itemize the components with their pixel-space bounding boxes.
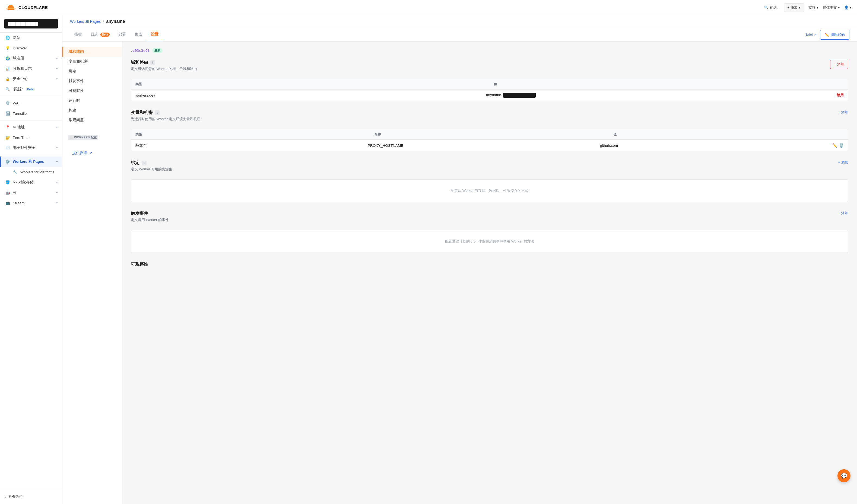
tab-metrics[interactable]: 指标 [70,28,86,41]
table-row-var: 纯文本 PROXY_HOSTNAME github.com ✏️ 🗑️ [131,140,848,151]
nav-variables[interactable]: 变量和机密 [63,57,122,67]
chevron-down-icon: ▾ [817,5,819,10]
add-trigger-button[interactable]: + 添加 [838,211,848,216]
top-nav: CLOUDFLARE 🔍 转到... + 添加 ▾ 支持 ▾ 简体中文 ▾ 👤 … [0,0,857,15]
sidebar-item-email[interactable]: ✉️ 电子邮件安全 ▾ [0,143,62,153]
chevron-down-icon: ▾ [56,191,58,194]
tab-integrate[interactable]: 集成 [130,28,147,41]
user-icon: 👤 [844,5,848,10]
chevron-down-icon: ▾ [850,5,852,10]
cell-value: anyname. [482,89,832,101]
delete-icon[interactable]: 🗑️ [839,143,844,147]
add-domain-button[interactable]: + 添加 [830,60,848,69]
stream-icon: 📺 [5,201,10,205]
analytics-icon: 📊 [5,66,10,71]
sidebar-item-ai[interactable]: 🤖 AI ▾ [0,188,62,198]
feedback-link[interactable]: 提供反馈 ↗ [67,148,118,158]
discover-icon: 💡 [5,46,10,50]
topnav-right: 🔍 转到... + 添加 ▾ 支持 ▾ 简体中文 ▾ 👤 ▾ [764,3,852,12]
variables-section: 变量和机密 ℹ 为运行时使用的 Worker 定义环境变量和机密 + 添加 类型 [131,110,848,151]
domain-route-title: 域和路由 [131,60,148,65]
nav-trigger[interactable]: 触发事件 [63,76,122,86]
settings-content: vc03c3c9f 最新 域和路由 ℹ 定义可访问您的 Worker 的域、子域… [122,41,857,504]
chevron-down-icon: ▾ [56,181,58,184]
chevron-down-icon: ▾ [838,5,840,10]
nav-domain-route[interactable]: 域和路由 [63,47,122,57]
add-button[interactable]: + 添加 ▾ [784,3,804,12]
sidebar-item-trace[interactable]: 🔍 "跟踪" Beta [0,84,62,94]
sidebar-item-workers[interactable]: ⚙️ Workers 和 Pages ▾ [0,157,62,167]
logo[interactable]: CLOUDFLARE [5,4,48,12]
domain-route-section: 域和路由 ℹ 定义可访问您的 Worker 的域、子域和路由 + 添加 类型 [131,60,848,101]
add-variable-button[interactable]: + 添加 [838,110,848,115]
content-area: 域和路由 变量和机密 绑定 触发事件 可观察性 运行时 构建 [63,41,857,504]
domain-route-table: 类型 值 workers.dev anyname. 禁用 [131,79,848,101]
tab-deploy[interactable]: 部署 [114,28,130,41]
header-type: 类型 [131,79,490,89]
goto-button[interactable]: 🔍 转到... [764,5,780,10]
nav-faq[interactable]: 常规问题 [63,115,122,125]
edit-icon[interactable]: ✏️ [832,143,837,147]
external-link-icon: ↗ [814,33,817,37]
sidebar-item-stream[interactable]: 📺 Stream ▾ [0,198,62,208]
sidebar-item-zerotrust[interactable]: 🔐 Zero Trust [0,133,62,143]
sidebar-item-ip[interactable]: 📍 IP 地址 ▾ [0,122,62,133]
chevron-down-icon: ▾ [56,126,58,129]
svg-rect-2 [7,9,14,10]
workers-config-section: ⬜ Workers 配置 [63,132,122,142]
lang-button[interactable]: 简体中文 ▾ [823,5,840,10]
main: Workers 和 Pages / anyname 指标 日志 Beta 部署 … [63,15,857,504]
sidebar-item-waf[interactable]: 🛡️ WAF [0,98,62,108]
version-row: vc03c3c9f 最新 [131,48,848,53]
nav-binding[interactable]: 绑定 [63,67,122,76]
variables-table: 类型 名称 值 纯文本 PROXY_HOSTNAME github.com ✏️… [131,129,848,151]
sidebar-item-website[interactable]: 🌐 网站 [0,33,62,43]
domain-route-desc: 定义可访问您的 Worker 的域、子域和路由 [131,67,830,71]
cell-value: github.com [596,140,828,151]
ip-icon: 📍 [5,125,10,130]
visit-button[interactable]: 访问 ↗ [806,32,817,37]
edit-code-button[interactable]: ✏️ 编辑代码 [820,30,850,40]
account-box[interactable]: ████████████ [4,19,58,29]
sidebar-item-security[interactable]: 🔒 安全中心 ▾ [0,74,62,84]
header-name: 名称 [370,129,609,139]
sidebar-item-workers-platforms[interactable]: 🔧 Workers for Platforms [0,167,62,177]
chat-bubble[interactable]: 💬 [838,469,851,482]
collapse-sidebar-button[interactable]: « 折叠边栏 [4,492,58,501]
breadcrumb: Workers 和 Pages / anyname [70,19,125,24]
tab-settings[interactable]: 设置 [147,28,163,41]
trigger-title: 触发事件 [131,211,148,216]
add-binding-button[interactable]: + 添加 [838,160,848,165]
nav-build[interactable]: 构建 [63,105,122,115]
binding-title: 绑定 [131,160,139,166]
nav-observability[interactable]: 可观察性 [63,86,122,96]
sidebar-item-discover[interactable]: 💡 Discover [0,43,62,53]
globe-icon: 🌐 [5,35,10,40]
ai-icon: 🤖 [5,190,10,195]
observability-section: 可观察性 [131,261,848,267]
trigger-empty-state: 配置通过计划的 cron 作业和消息事件调用 Worker 的方法 [131,230,848,253]
variable-actions: ✏️ 🗑️ [828,143,848,147]
support-button[interactable]: 支持 ▾ [808,5,819,10]
chevron-down-icon: ▾ [799,5,801,10]
binding-desc: 定义 Worker 可用的资源集 [131,167,838,172]
cell-type: 纯文本 [131,140,363,151]
sidebar-divider-3 [0,155,62,155]
sidebar-item-domain[interactable]: 🌍 域注册 ▾ [0,53,62,64]
user-button[interactable]: 👤 ▾ [844,5,852,10]
sidebar-item-analytics[interactable]: 📊 分析和日志 ▾ [0,64,62,74]
latest-badge: 最新 [152,48,163,53]
disable-button[interactable]: 禁用 [837,93,844,98]
r2-icon: 🪣 [5,180,10,185]
sidebar-account: ████████████ [0,15,62,33]
settings-sidebar-nav: 域和路由 变量和机密 绑定 触发事件 可观察性 运行时 构建 [63,41,122,504]
external-link-icon: ↗ [89,151,92,155]
layout: ████████████ 🌐 网站 💡 Discover 🌍 域注册 ▾ 📊 分… [0,15,857,504]
binding-empty-state: 配置从 Worker 与存储、数据库、AI 等交互的方式 [131,179,848,202]
redacted-value [503,93,536,98]
sidebar-item-r2[interactable]: 🪣 R2 对象存储 ▾ [0,177,62,188]
cell-name: PROXY_HOSTNAME [363,140,596,151]
tab-logs[interactable]: 日志 Beta [86,28,114,41]
sidebar-item-turnstile[interactable]: ↩️ Turnstile [0,108,62,119]
nav-runtime[interactable]: 运行时 [63,96,122,105]
